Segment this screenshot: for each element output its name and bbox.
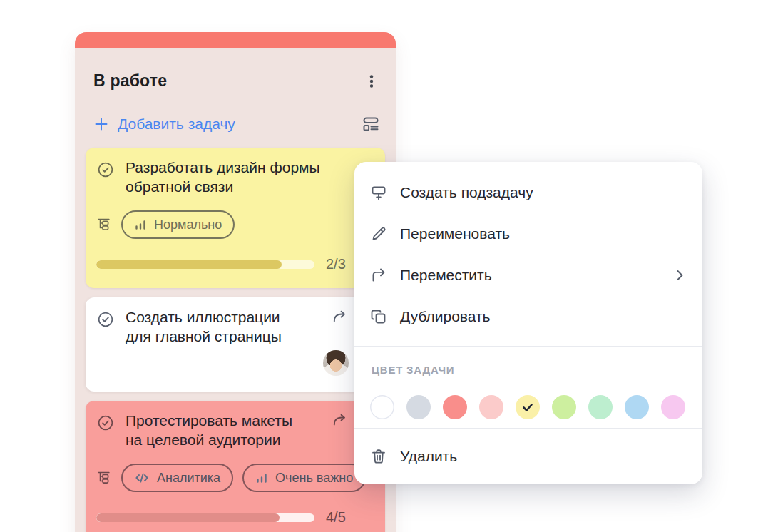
priority-badge[interactable]: Очень важно — [242, 464, 366, 492]
menu-item-move[interactable]: Переместить — [354, 255, 702, 296]
menu-divider — [354, 428, 702, 429]
board-view-toggle-button[interactable] — [360, 113, 382, 135]
menu-item-label: Переименовать — [400, 225, 510, 242]
add-task-button[interactable]: Добавить задачу — [93, 116, 235, 133]
color-swatch-gray[interactable] — [406, 395, 431, 419]
check-circle-icon — [97, 414, 114, 431]
task-card-pink[interactable]: Протестировать макеты на целевой аудитор… — [86, 401, 385, 532]
duplicate-icon — [370, 308, 387, 325]
forward-arrow-icon — [331, 309, 348, 326]
card-list: Разработать дизайн формы обратной связи — [75, 135, 396, 532]
priority-badge-label: Очень важно — [275, 471, 353, 486]
forward-arrow-icon — [331, 412, 348, 429]
menu-divider — [354, 346, 702, 347]
kanban-column-in-progress: В работе Добавить задачу — [75, 32, 396, 532]
menu-item-label: Удалить — [400, 448, 457, 465]
column-title: В работе — [93, 71, 167, 91]
board-view-icon — [362, 115, 380, 133]
chevron-right-icon — [672, 268, 687, 282]
tag-badge-label: Аналитика — [157, 471, 220, 486]
color-swatch-green[interactable] — [552, 395, 576, 419]
color-swatch-red[interactable] — [443, 395, 467, 419]
menu-item-create-subtask[interactable]: Создать подзадачу — [354, 172, 702, 213]
add-task-label: Добавить задачу — [118, 116, 235, 133]
complete-task-checkbox[interactable] — [96, 413, 116, 433]
column-toolbar: Добавить задачу — [75, 104, 396, 135]
menu-item-label: Переместить — [400, 267, 492, 284]
color-section-label: ЦВЕТ ЗАДАЧИ — [372, 364, 685, 376]
selected-check-icon — [520, 399, 536, 415]
progress-bar — [96, 260, 314, 269]
progress-count: 2/3 — [326, 256, 346, 272]
check-circle-icon — [97, 311, 114, 328]
task-context-menu: Создать подзадачу Переименовать Перемест… — [354, 162, 702, 484]
column-kebab-menu-button[interactable] — [362, 71, 382, 91]
trash-icon — [370, 448, 387, 465]
progress-bar — [96, 513, 314, 522]
kebab-menu-icon — [363, 73, 380, 90]
progress-bar-fill — [96, 513, 280, 522]
code-icon — [134, 470, 150, 486]
color-swatch-mint[interactable] — [588, 395, 613, 419]
complete-task-checkbox[interactable] — [96, 160, 116, 180]
tag-badge[interactable]: Аналитика — [121, 464, 233, 492]
color-swatch-magenta[interactable] — [661, 395, 685, 419]
priority-bars-icon — [255, 471, 268, 484]
add-subtask-icon — [370, 184, 387, 201]
progress-count: 4/5 — [326, 509, 346, 526]
plus-icon — [93, 116, 109, 132]
subtask-tree-icon — [96, 470, 112, 486]
progress-row: 2/3 — [96, 256, 377, 272]
priority-badge[interactable]: Нормально — [121, 210, 235, 239]
column-accent-bar — [75, 32, 396, 48]
task-card-white[interactable]: Создать иллюстрации для главной страницы — [86, 297, 385, 392]
menu-item-rename[interactable]: Переименовать — [354, 213, 702, 255]
progress-bar-fill — [96, 260, 282, 269]
progress-row: 4/5 — [96, 509, 377, 526]
priority-badge-label: Нормально — [154, 218, 222, 232]
column-header: В работе — [75, 48, 396, 104]
color-swatch-row — [354, 395, 702, 419]
check-circle-icon — [97, 161, 114, 178]
menu-item-label: Дублировать — [400, 308, 491, 325]
pencil-icon — [370, 225, 387, 242]
menu-item-delete[interactable]: Удалить — [354, 436, 702, 477]
task-title: Протестировать макеты на целевой аудитор… — [126, 411, 321, 449]
priority-bars-icon — [134, 218, 147, 231]
color-swatch-white[interactable] — [370, 395, 394, 419]
menu-item-label: Создать подзадачу — [400, 184, 533, 201]
subtask-tree-icon — [96, 217, 112, 232]
color-swatch-pink[interactable] — [479, 395, 503, 419]
complete-task-checkbox[interactable] — [96, 310, 116, 329]
menu-item-duplicate[interactable]: Дублировать — [354, 296, 702, 337]
task-card-yellow[interactable]: Разработать дизайн формы обратной связи — [86, 148, 385, 288]
assignee-avatar[interactable] — [323, 350, 349, 376]
color-swatch-yellow-selected[interactable] — [516, 395, 540, 419]
task-title: Создать иллюстрации для главной страницы — [126, 307, 321, 346]
move-arrow-icon — [370, 267, 387, 284]
task-title: Разработать дизайн формы обратной связи — [126, 158, 347, 196]
color-swatch-blue[interactable] — [625, 395, 649, 419]
